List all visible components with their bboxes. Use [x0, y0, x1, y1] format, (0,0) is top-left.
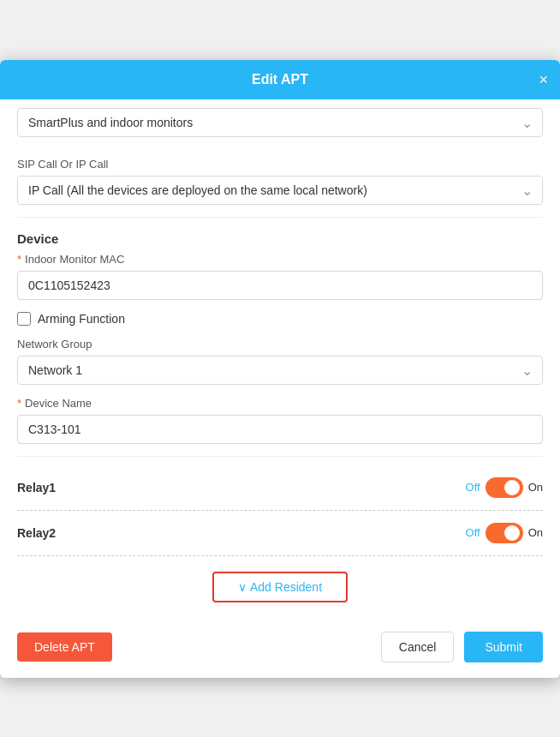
footer-right-actions: Cancel Submit [381, 632, 543, 662]
modal-body: SmartPlus and indoor monitors ⌄ SIP Call… [0, 99, 560, 620]
relay2-row: Relay2 Off On [17, 511, 543, 556]
relay1-toggle[interactable] [486, 477, 523, 498]
sip-label: SIP Call Or IP Call [17, 149, 543, 171]
add-resident-section: ∨ Add Resident [17, 556, 543, 611]
modal-header: Edit APT × [0, 60, 560, 99]
device-section: Device *Indoor Monitor MAC Arming Functi… [17, 231, 543, 444]
footer-row: Delete APT Cancel Submit [0, 620, 560, 678]
sip-dropdown[interactable]: IP Call (All the devices are deployed on… [17, 176, 543, 205]
arming-function-checkbox[interactable] [17, 312, 31, 326]
indoor-monitor-mac-label: *Indoor Monitor MAC [17, 253, 543, 266]
relay1-off-label: Off [466, 481, 480, 494]
indoor-monitor-mac-input[interactable] [17, 271, 543, 300]
device-name-group: *Device Name [17, 397, 543, 444]
arming-function-label[interactable]: Arming Function [38, 312, 125, 326]
close-button[interactable]: × [539, 72, 548, 87]
relay2-on-label: On [528, 526, 543, 539]
cancel-button[interactable]: Cancel [381, 632, 455, 662]
indoor-monitor-mac-group: *Indoor Monitor MAC [17, 253, 543, 300]
add-resident-chevron-icon: ∨ [238, 580, 247, 594]
edit-apt-modal: Edit APT × SmartPlus and indoor monitors… [0, 60, 560, 678]
submit-button[interactable]: Submit [464, 632, 543, 662]
relay1-toggle-group: Off On [466, 477, 543, 498]
network-group-dropdown[interactable]: Network 1 [17, 356, 543, 385]
divider-1 [17, 217, 543, 218]
add-resident-label: Add Resident [250, 580, 322, 594]
relay2-label: Relay2 [17, 526, 56, 540]
network-group-group: Network Group Network 1 ⌄ [17, 338, 543, 385]
arming-function-row: Arming Function [17, 312, 543, 326]
relay1-slider [486, 477, 523, 498]
relay2-toggle[interactable] [486, 523, 523, 543]
device-name-label: *Device Name [17, 397, 543, 410]
device-section-title: Device [17, 231, 543, 246]
network-group-dropdown-wrapper: Network 1 ⌄ [17, 356, 543, 385]
delete-apt-button[interactable]: Delete APT [17, 632, 112, 662]
relay1-row: Relay1 Off On [17, 465, 543, 511]
relay2-off-label: Off [466, 526, 480, 539]
relay2-slider [486, 523, 523, 543]
add-resident-button[interactable]: ∨ Add Resident [212, 572, 348, 602]
top-dropdown[interactable]: SmartPlus and indoor monitors [17, 108, 543, 137]
relay2-toggle-group: Off On [466, 523, 543, 543]
sip-dropdown-wrapper: IP Call (All the devices are deployed on… [17, 176, 543, 205]
top-dropdown-wrapper: SmartPlus and indoor monitors ⌄ [17, 108, 543, 137]
indoor-monitor-mac-required-star: * [17, 253, 21, 266]
relay1-on-label: On [528, 481, 543, 494]
network-group-label: Network Group [17, 338, 543, 351]
divider-2 [17, 456, 543, 457]
top-dropdown-row: SmartPlus and indoor monitors ⌄ [17, 99, 543, 137]
device-name-input[interactable] [17, 415, 543, 444]
modal-title: Edit APT [252, 72, 308, 87]
sip-section: SIP Call Or IP Call IP Call (All the dev… [17, 149, 543, 205]
relay1-label: Relay1 [17, 481, 56, 494]
device-name-required-star: * [17, 397, 21, 410]
